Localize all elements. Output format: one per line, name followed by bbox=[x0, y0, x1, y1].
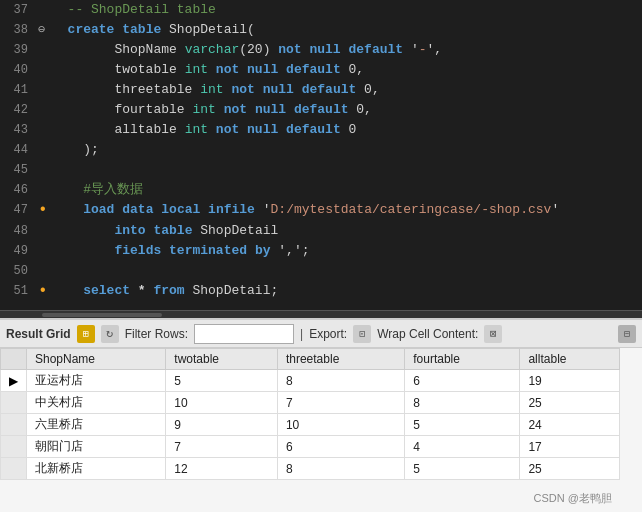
code-line: 38⊖ create table ShopDetail( bbox=[0, 20, 642, 40]
table-cell: 朝阳门店 bbox=[27, 436, 166, 458]
wrap-label: Wrap Cell Content: bbox=[377, 327, 478, 341]
line-number: 38 bbox=[0, 20, 38, 40]
line-number: 42 bbox=[0, 100, 38, 120]
code-line: 51• select * from ShopDetail; bbox=[0, 281, 642, 302]
line-number: 51 bbox=[0, 281, 38, 301]
line-number: 50 bbox=[0, 261, 38, 281]
gutter-marker: • bbox=[38, 200, 52, 221]
code-line: 41 threetable int not null default 0, bbox=[0, 80, 642, 100]
table-cell: 8 bbox=[405, 392, 520, 414]
code-line: 39 ShopName varchar(20) not null default… bbox=[0, 40, 642, 60]
row-indicator bbox=[1, 458, 27, 480]
table-row[interactable]: 朝阳门店76417 bbox=[1, 436, 620, 458]
table-cell: 17 bbox=[520, 436, 620, 458]
table-cell: 10 bbox=[166, 392, 278, 414]
line-content: select * from ShopDetail; bbox=[52, 281, 642, 301]
table-cell: 12 bbox=[166, 458, 278, 480]
row-indicator bbox=[1, 414, 27, 436]
row-indicator bbox=[1, 436, 27, 458]
table-cell: 北新桥店 bbox=[27, 458, 166, 480]
table-column-header[interactable]: fourtable bbox=[405, 349, 520, 370]
table-cell: 9 bbox=[166, 414, 278, 436]
filter-label: Filter Rows: bbox=[125, 327, 188, 341]
code-line: 49 fields terminated by ','; bbox=[0, 241, 642, 261]
line-number: 44 bbox=[0, 140, 38, 160]
result-area: Result Grid ⊞ ↻ Filter Rows: | Export: ⊡… bbox=[0, 318, 642, 512]
line-number: 43 bbox=[0, 120, 38, 140]
line-number: 37 bbox=[0, 0, 38, 20]
code-line: 46 #导入数据 bbox=[0, 180, 642, 200]
line-number: 41 bbox=[0, 80, 38, 100]
line-content: fields terminated by ','; bbox=[52, 241, 642, 261]
table-cell: 5 bbox=[405, 414, 520, 436]
row-indicator bbox=[1, 392, 27, 414]
line-number: 39 bbox=[0, 40, 38, 60]
watermark: CSDN @老鸭胆 bbox=[534, 491, 612, 506]
grid-icon[interactable]: ⊞ bbox=[77, 325, 95, 343]
line-content: threetable int not null default 0, bbox=[52, 80, 642, 100]
table-cell: 六里桥店 bbox=[27, 414, 166, 436]
table-cell: 8 bbox=[277, 370, 404, 392]
table-cell: 4 bbox=[405, 436, 520, 458]
filter-sep: | bbox=[300, 327, 303, 341]
code-line: 47• load data local infile 'D:/mytestdat… bbox=[0, 200, 642, 221]
line-content: load data local infile 'D:/mytestdata/ca… bbox=[52, 200, 642, 220]
line-content: #导入数据 bbox=[52, 180, 642, 200]
table-cell: 19 bbox=[520, 370, 620, 392]
code-line: 48 into table ShopDetail bbox=[0, 221, 642, 241]
table-column-header[interactable]: ShopName bbox=[27, 349, 166, 370]
data-table: ShopNametwotablethreetablefourtableallta… bbox=[0, 348, 620, 480]
table-column-header[interactable]: twotable bbox=[166, 349, 278, 370]
line-number: 46 bbox=[0, 180, 38, 200]
filter-input[interactable] bbox=[194, 324, 294, 344]
result-grid-label: Result Grid bbox=[6, 327, 71, 341]
gutter-marker: • bbox=[38, 281, 52, 302]
row-indicator: ▶ bbox=[1, 370, 27, 392]
line-content: fourtable int not null default 0, bbox=[52, 100, 642, 120]
line-content: ShopName varchar(20) not null default '-… bbox=[52, 40, 642, 60]
table-cell: 7 bbox=[277, 392, 404, 414]
table-row[interactable]: 中关村店107825 bbox=[1, 392, 620, 414]
table-cell: 5 bbox=[405, 458, 520, 480]
table-cell: 25 bbox=[520, 458, 620, 480]
line-content: into table ShopDetail bbox=[52, 221, 642, 241]
table-cell: 亚运村店 bbox=[27, 370, 166, 392]
code-line: 45 bbox=[0, 160, 642, 180]
result-toolbar: Result Grid ⊞ ↻ Filter Rows: | Export: ⊡… bbox=[0, 320, 642, 348]
code-line: 44 ); bbox=[0, 140, 642, 160]
line-number: 48 bbox=[0, 221, 38, 241]
line-content: ); bbox=[52, 140, 642, 160]
table-cell: 24 bbox=[520, 414, 620, 436]
table-cell: 10 bbox=[277, 414, 404, 436]
table-cell: 25 bbox=[520, 392, 620, 414]
line-content: alltable int not null default 0 bbox=[52, 120, 642, 140]
line-number: 45 bbox=[0, 160, 38, 180]
code-line: 43 alltable int not null default 0 bbox=[0, 120, 642, 140]
gutter-marker: ⊖ bbox=[38, 20, 52, 40]
table-column-header[interactable]: alltable bbox=[520, 349, 620, 370]
line-number: 40 bbox=[0, 60, 38, 80]
code-editor: 37 -- ShopDetail table38⊖ create table S… bbox=[0, 0, 642, 310]
table-cell: 6 bbox=[277, 436, 404, 458]
table-cell: 中关村店 bbox=[27, 392, 166, 414]
table-column-header[interactable]: threetable bbox=[277, 349, 404, 370]
line-content: -- ShopDetail table bbox=[52, 0, 642, 20]
export-label[interactable]: Export: bbox=[309, 327, 347, 341]
result-table-wrapper: ShopNametwotablethreetablefourtableallta… bbox=[0, 348, 642, 512]
settings-icon[interactable]: ⊟ bbox=[618, 325, 636, 343]
table-cell: 8 bbox=[277, 458, 404, 480]
line-content: twotable int not null default 0, bbox=[52, 60, 642, 80]
line-number: 47 bbox=[0, 200, 38, 220]
table-row[interactable]: 六里桥店910524 bbox=[1, 414, 620, 436]
table-row[interactable]: 北新桥店128525 bbox=[1, 458, 620, 480]
wrap-icon[interactable]: ⊠ bbox=[484, 325, 502, 343]
table-cell: 6 bbox=[405, 370, 520, 392]
table-cell: 5 bbox=[166, 370, 278, 392]
code-line: 37 -- ShopDetail table bbox=[0, 0, 642, 20]
line-number: 49 bbox=[0, 241, 38, 261]
code-line: 40 twotable int not null default 0, bbox=[0, 60, 642, 80]
table-row[interactable]: ▶亚运村店58619 bbox=[1, 370, 620, 392]
refresh-icon[interactable]: ↻ bbox=[101, 325, 119, 343]
export-icon[interactable]: ⊡ bbox=[353, 325, 371, 343]
table-cell: 7 bbox=[166, 436, 278, 458]
